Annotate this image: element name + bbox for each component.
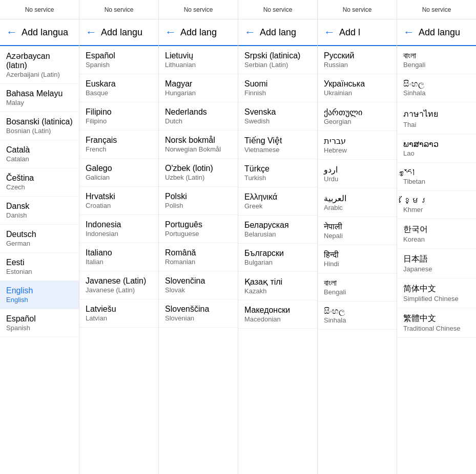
lang-item-5-8[interactable]: 简体中文Simplified Chinese [397, 278, 476, 308]
lang-item-0-8[interactable]: EnglishEnglish [0, 281, 79, 309]
back-arrow-2[interactable]: ← [165, 26, 176, 39]
panel-header-0: ←Add langua [0, 19, 79, 46]
panel-title-3: Add lang [260, 27, 296, 38]
lang-item-4-3[interactable]: עבריתHebrew [318, 131, 397, 160]
lang-item-2-8[interactable]: SlovenčinaSlovak [159, 271, 238, 299]
lang-item-4-2[interactable]: ქართულიGeorgian [318, 102, 397, 131]
lang-native-0-3: Català [6, 145, 73, 155]
lang-item-5-0[interactable]: বাংলাBengali [397, 46, 476, 74]
lang-english-2-5: Polish [165, 202, 232, 209]
lang-item-1-8[interactable]: Javanese (Latin)Javanese (Latin) [79, 271, 158, 299]
lang-item-4-9[interactable]: සිංහලSinhala [318, 301, 397, 330]
lang-item-3-5[interactable]: ΕλληνικάGreek [238, 187, 317, 216]
lang-item-3-0[interactable]: Srpski (latinica)Serbian (Latin) [238, 46, 317, 74]
back-arrow-4[interactable]: ← [324, 26, 335, 39]
lang-item-4-8[interactable]: বাংলাBengali [318, 273, 397, 301]
lang-item-1-3[interactable]: FrançaisFrench [79, 131, 158, 159]
back-arrow-1[interactable]: ← [86, 26, 97, 39]
lang-item-0-3[interactable]: CatalàCatalan [0, 140, 79, 168]
lang-item-3-1[interactable]: SuomiFinnish [238, 74, 317, 102]
lang-item-5-6[interactable]: 한국어Korean [397, 219, 476, 249]
lang-native-2-6: Português [165, 220, 232, 229]
lang-item-4-1[interactable]: УкраїнськаUkrainian [318, 74, 397, 102]
lang-english-5-9: Traditional Chinese [403, 325, 470, 332]
lang-item-5-9[interactable]: 繁體中文Traditional Chinese [397, 308, 476, 338]
lang-english-5-0: Bengali [403, 61, 470, 69]
lang-english-2-7: Romanian [165, 258, 232, 266]
lang-item-0-1[interactable]: Bahasa MelayuMalay [0, 84, 79, 112]
lang-native-1-1: Euskara [86, 79, 152, 89]
lang-native-1-9: Latviešu [86, 305, 152, 314]
lang-item-5-7[interactable]: 日本語Japanese [397, 249, 476, 278]
lang-item-3-6[interactable]: БеларускаяBelarusian [238, 216, 317, 244]
lang-item-2-4[interactable]: O'zbek (lotin)Uzbek (Latin) [159, 159, 238, 187]
lang-item-2-3[interactable]: Norsk bokmålNorwegian Bokmål [159, 131, 238, 159]
lang-item-1-2[interactable]: FilipinoFilipino [79, 102, 158, 131]
lang-item-0-2[interactable]: Bosanski (latinica)Bosnian (Latin) [0, 112, 79, 140]
lang-item-1-0[interactable]: EspañolSpanish [79, 46, 158, 74]
lang-english-2-1: Hungarian [165, 89, 232, 97]
back-arrow-0[interactable]: ← [6, 26, 17, 39]
lang-english-1-3: French [86, 145, 152, 153]
lang-item-3-9[interactable]: МакедонскиMacedonian [238, 300, 317, 329]
lang-item-2-7[interactable]: RomânăRomanian [159, 243, 238, 271]
lang-item-4-5[interactable]: العربيةArabic [318, 188, 397, 217]
lang-item-5-5[interactable]: ខ្មែរKhmer [397, 191, 476, 219]
lang-english-2-8: Slovak [165, 286, 232, 294]
lang-item-2-0[interactable]: LietuviųLithuanian [159, 46, 238, 74]
panel-title-2: Add lang [180, 27, 217, 38]
lang-item-3-3[interactable]: Tiếng ViệtVietnamese [238, 131, 317, 159]
lang-item-2-6[interactable]: PortuguêsPortuguese [159, 215, 238, 243]
lang-item-4-6[interactable]: नेपालीNepali [318, 217, 397, 245]
lang-english-2-6: Portuguese [165, 230, 232, 238]
lang-english-4-1: Ukrainian [324, 89, 390, 97]
status-cell-1: No service [79, 0, 159, 19]
lang-item-5-1[interactable]: සිංහලSinhala [397, 74, 476, 102]
lang-english-1-1: Basque [86, 89, 152, 97]
lang-item-2-1[interactable]: MagyarHungarian [159, 74, 238, 102]
lang-item-1-6[interactable]: IndonesiaIndonesian [79, 215, 158, 243]
lang-item-1-5[interactable]: HrvatskiCroatian [79, 187, 158, 215]
lang-english-1-7: Italian [86, 258, 152, 266]
lang-native-1-2: Filipino [86, 107, 152, 117]
lang-item-4-7[interactable]: हिन्दीHindi [318, 245, 397, 273]
panel-header-2: ←Add lang [159, 19, 238, 46]
lang-item-0-5[interactable]: DanskDanish [0, 197, 79, 225]
lang-item-1-9[interactable]: LatviešuLatvian [79, 299, 158, 328]
lang-english-5-1: Sinhala [403, 89, 470, 97]
lang-native-2-9: Slovenščina [165, 305, 232, 314]
lang-item-0-0[interactable]: Azərbaycan (latın)Azerbaijani (Latin) [0, 46, 79, 84]
lang-english-1-6: Indonesian [86, 230, 152, 238]
lang-item-3-7[interactable]: БългарскиBulgarian [238, 244, 317, 272]
lang-native-0-7: Eesti [6, 258, 73, 267]
lang-item-2-5[interactable]: PolskiPolish [159, 187, 238, 215]
lang-item-0-4[interactable]: ČeštinaCzech [0, 168, 79, 197]
panel-4: ←Add lРусскийRussianУкраїнськаUkrainianქ… [318, 19, 397, 474]
lang-item-5-3[interactable]: ພາສາລາວLao [397, 134, 476, 163]
lang-english-4-5: Arabic [324, 204, 390, 211]
lang-list-5: বাংলাBengaliසිංහලSinhalaภาษาไทยThaiພາສາລ… [397, 46, 476, 474]
back-arrow-3[interactable]: ← [244, 26, 256, 39]
lang-item-4-0[interactable]: РусскийRussian [318, 46, 397, 74]
lang-item-2-2[interactable]: NederlandsDutch [159, 102, 238, 131]
lang-item-2-9[interactable]: SlovenščinaSlovenian [159, 299, 238, 328]
lang-item-5-4[interactable]: རྒྱུད།Tibetan [397, 163, 476, 191]
lang-list-0: Azərbaycan (latın)Azerbaijani (Latin)Bah… [0, 46, 79, 474]
status-bar: No serviceNo serviceNo serviceNo service… [0, 0, 476, 19]
lang-native-3-2: Svenska [244, 107, 311, 117]
lang-native-4-3: עברית [324, 136, 390, 146]
back-arrow-5[interactable]: ← [403, 26, 415, 39]
lang-item-1-4[interactable]: GalegoGalician [79, 159, 158, 187]
lang-item-1-1[interactable]: EuskaraBasque [79, 74, 158, 102]
lang-item-0-9[interactable]: EspañolSpanish [0, 309, 79, 337]
lang-native-4-0: Русский [324, 51, 390, 60]
lang-item-0-6[interactable]: DeutschGerman [0, 225, 79, 253]
lang-item-3-2[interactable]: SvenskaSwedish [238, 102, 317, 131]
lang-item-0-7[interactable]: EestiEstonian [0, 253, 79, 281]
lang-item-3-4[interactable]: TürkçeTurkish [238, 159, 317, 187]
panel-5: ←Add languবাংলাBengaliසිංහලSinhalaภาษาไท… [397, 19, 476, 474]
lang-item-1-7[interactable]: ItalianoItalian [79, 243, 158, 271]
lang-item-3-8[interactable]: Қазақ тіліKazakh [238, 272, 317, 300]
lang-item-5-2[interactable]: ภาษาไทยThai [397, 102, 476, 134]
lang-item-4-4[interactable]: اردوUrdu [318, 160, 397, 188]
